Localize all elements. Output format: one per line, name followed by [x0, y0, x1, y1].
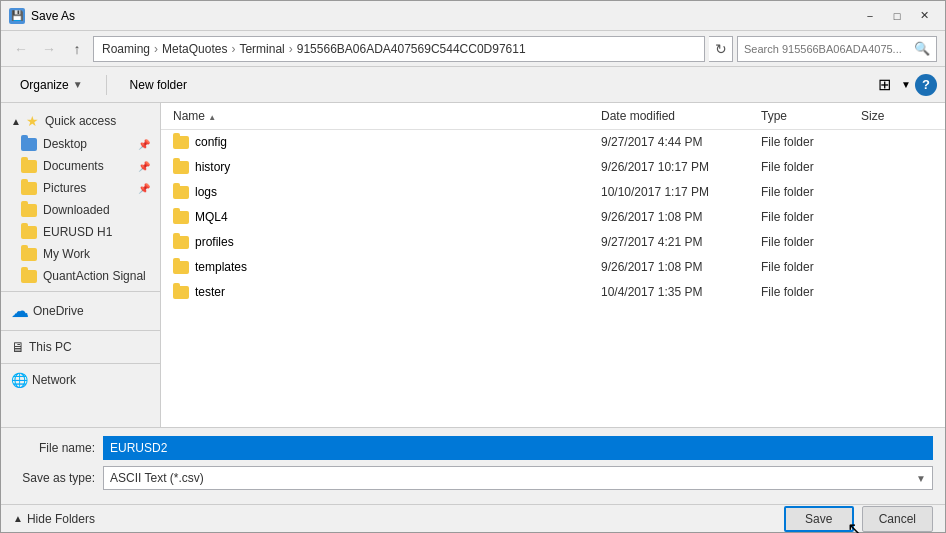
file-size — [857, 215, 937, 219]
dialog-icon: 💾 — [9, 8, 25, 24]
file-type: File folder — [757, 283, 857, 301]
file-size — [857, 165, 937, 169]
hide-folders-chevron-icon: ▲ — [13, 513, 23, 524]
savetype-label: Save as type: — [13, 471, 103, 485]
save-button[interactable]: Save — [784, 506, 854, 532]
minimize-button[interactable]: − — [857, 6, 883, 26]
documents-pin-icon: 📌 — [138, 161, 150, 172]
back-button[interactable]: ← — [9, 37, 33, 61]
hide-folders-label: Hide Folders — [27, 512, 95, 526]
network-icon: 🌐 — [11, 372, 28, 388]
table-row[interactable]: config 9/27/2017 4:44 PM File folder — [161, 130, 945, 155]
organize-label: Organize — [20, 78, 69, 92]
search-icon: 🔍 — [914, 41, 930, 56]
file-type: File folder — [757, 133, 857, 151]
file-list-header: Name ▲ Date modified Type Size — [161, 103, 945, 130]
refresh-button[interactable]: ↻ — [709, 36, 733, 62]
file-date: 9/27/2017 4:21 PM — [597, 233, 757, 251]
header-name[interactable]: Name ▲ — [169, 107, 597, 125]
file-type: File folder — [757, 158, 857, 176]
file-name-cell: MQL4 — [169, 208, 597, 226]
file-size — [857, 190, 937, 194]
file-name-cell: config — [169, 133, 597, 151]
sidebar-divider-1 — [1, 291, 160, 292]
sidebar-divider-3 — [1, 363, 160, 364]
file-type: File folder — [757, 208, 857, 226]
quantaction-folder-icon — [21, 270, 37, 283]
sidebar-item-quantaction[interactable]: QuantAction Signal — [1, 265, 160, 287]
sidebar-item-mywork[interactable]: My Work — [1, 243, 160, 265]
filename-input[interactable] — [103, 436, 933, 460]
sidebar-section-quick-access[interactable]: ▲ ★ Quick access — [1, 109, 160, 133]
sidebar-item-network[interactable]: 🌐 Network — [1, 368, 160, 392]
table-row[interactable]: templates 9/26/2017 1:08 PM File folder — [161, 255, 945, 280]
table-row[interactable]: logs 10/10/2017 1:17 PM File folder — [161, 180, 945, 205]
file-name: profiles — [195, 235, 234, 249]
hide-folders-button[interactable]: ▲ Hide Folders — [13, 512, 95, 526]
file-name: history — [195, 160, 230, 174]
sidebar-item-onedrive[interactable]: ☁ OneDrive — [1, 296, 160, 326]
file-list-area: Name ▲ Date modified Type Size config 9/… — [161, 103, 945, 427]
onedrive-label: OneDrive — [33, 304, 84, 318]
savetype-value: ASCII Text (*.csv) — [110, 471, 204, 485]
file-date: 9/26/2017 10:17 PM — [597, 158, 757, 176]
desktop-pin-icon: 📌 — [138, 139, 150, 150]
sidebar-item-desktop[interactable]: Desktop 📌 — [1, 133, 160, 155]
table-row[interactable]: tester 10/4/2017 1:35 PM File folder — [161, 280, 945, 305]
maximize-button[interactable]: □ — [884, 6, 910, 26]
quick-access-toggle-icon: ▲ — [11, 116, 21, 127]
file-type: File folder — [757, 233, 857, 251]
close-button[interactable]: ✕ — [911, 6, 937, 26]
file-size — [857, 265, 937, 269]
file-date: 9/27/2017 4:44 PM — [597, 133, 757, 151]
filename-label: File name: — [13, 441, 103, 455]
toolbar-right: ⊞ ▼ ? — [871, 73, 937, 97]
file-name: templates — [195, 260, 247, 274]
documents-label: Documents — [43, 159, 104, 173]
sidebar-item-eurusd[interactable]: EURUSD H1 — [1, 221, 160, 243]
pictures-pin-icon: 📌 — [138, 183, 150, 194]
file-name-cell: logs — [169, 183, 597, 201]
forward-button[interactable]: → — [37, 37, 61, 61]
downloaded-folder-icon — [21, 204, 37, 217]
sidebar: ▲ ★ Quick access Desktop 📌 Documents 📌 P… — [1, 103, 161, 427]
file-size — [857, 240, 937, 244]
sidebar-item-thispc[interactable]: 🖥 This PC — [1, 335, 160, 359]
view-toggle-button[interactable]: ⊞ — [871, 73, 897, 97]
filename-row: File name: — [13, 436, 933, 460]
savetype-dropdown-icon: ▼ — [916, 473, 926, 484]
header-size: Size — [857, 107, 937, 125]
file-folder-icon — [173, 261, 189, 274]
table-row[interactable]: profiles 9/27/2017 4:21 PM File folder — [161, 230, 945, 255]
search-bar[interactable]: 🔍 — [737, 36, 937, 62]
file-size — [857, 140, 937, 144]
file-date: 9/26/2017 1:08 PM — [597, 208, 757, 226]
toolbar: Organize ▼ New folder ⊞ ▼ ? — [1, 67, 945, 103]
file-name: MQL4 — [195, 210, 228, 224]
search-input[interactable] — [744, 43, 914, 55]
up-button[interactable]: ↑ — [65, 37, 89, 61]
sidebar-item-downloaded[interactable]: Downloaded — [1, 199, 160, 221]
eurusd-folder-icon — [21, 226, 37, 239]
table-row[interactable]: history 9/26/2017 10:17 PM File folder — [161, 155, 945, 180]
onedrive-icon: ☁ — [11, 300, 29, 322]
table-row[interactable]: MQL4 9/26/2017 1:08 PM File folder — [161, 205, 945, 230]
help-button[interactable]: ? — [915, 74, 937, 96]
sidebar-item-documents[interactable]: Documents 📌 — [1, 155, 160, 177]
file-name: tester — [195, 285, 225, 299]
documents-folder-icon — [21, 160, 37, 173]
cancel-button[interactable]: Cancel — [862, 506, 933, 532]
quick-access-label: Quick access — [45, 114, 116, 128]
sidebar-divider-2 — [1, 330, 160, 331]
organize-button[interactable]: Organize ▼ — [9, 73, 94, 97]
thispc-label: This PC — [29, 340, 72, 354]
new-folder-button[interactable]: New folder — [119, 73, 198, 97]
address-bar[interactable]: Roaming › MetaQuotes › Terminal › 915566… — [93, 36, 705, 62]
sidebar-item-pictures[interactable]: Pictures 📌 — [1, 177, 160, 199]
view-dropdown-icon[interactable]: ▼ — [901, 79, 911, 90]
header-date: Date modified — [597, 107, 757, 125]
file-rows: config 9/27/2017 4:44 PM File folder his… — [161, 130, 945, 305]
file-type: File folder — [757, 183, 857, 201]
dialog-title: Save As — [31, 9, 857, 23]
savetype-select[interactable]: ASCII Text (*.csv) ▼ — [103, 466, 933, 490]
